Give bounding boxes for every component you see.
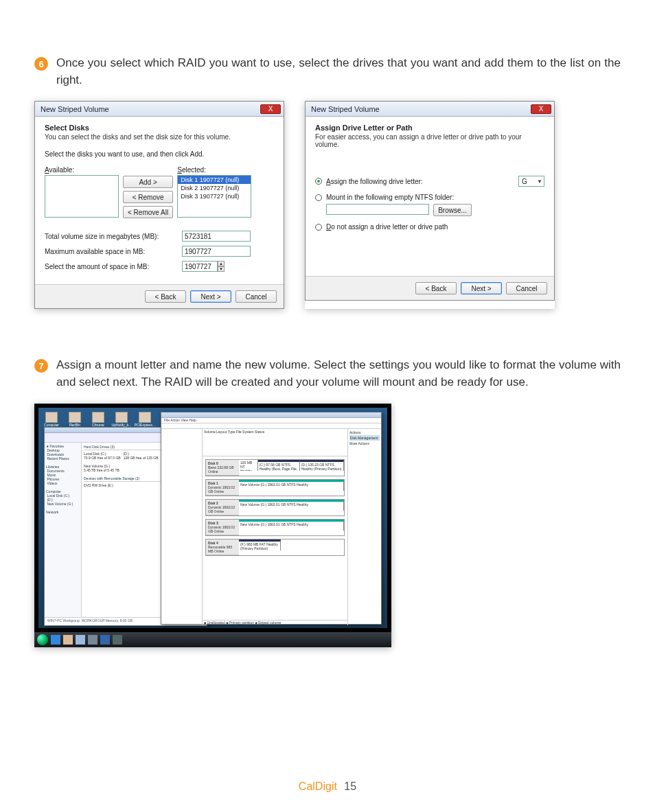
desktop-icon[interactable]: RecBin	[67, 412, 82, 427]
select-space-row: Select the amount of space in MB: 190772…	[45, 261, 274, 272]
disk-block[interactable]: Disk 1Dynamic 1863.02 GB OnlineNew Volum…	[205, 479, 345, 496]
select-space-value[interactable]: 1907727	[182, 261, 218, 272]
volume-list[interactable]: Volume Layout Type File System Status	[203, 429, 347, 456]
page-footer: CalDigit 15	[0, 780, 655, 793]
mgmt-body: Volume Layout Type File System Status Di…	[161, 429, 381, 625]
taskbar[interactable]	[34, 632, 391, 647]
step-7-text: Assign a mount letter and name the new v…	[56, 357, 621, 391]
max-space-label: Maximum available space in MB:	[45, 248, 175, 255]
option-mount-folder-label: Mount in the following empty NTFS folder…	[326, 194, 454, 201]
more-actions-label[interactable]: More Actions	[349, 441, 380, 445]
mgmt-tree-pane[interactable]	[161, 429, 203, 625]
disk-lists-row: Available: Add > < Remove < Remove All S…	[45, 166, 274, 218]
drive-item[interactable]: Local Disk (C:)70.9 GB free of 97.5 GB	[84, 452, 121, 460]
available-column: Available:	[45, 166, 119, 218]
disk-block[interactable]: Disk 4Removable 983 MB Online(F:) 983 MB…	[205, 539, 345, 556]
option-assign-letter-label: Assign the following drive letter:	[326, 178, 514, 185]
disk-graphical-view[interactable]: Disk 0Basic 232.88 GB Online100 MB NT He…	[203, 456, 347, 620]
drive-letter-dropdown[interactable]: G ▼	[518, 176, 544, 187]
dialog-heading: Assign Drive Letter or Path	[315, 124, 544, 132]
desktop-icons-row: ComputerRecBinChromeUpNotify_b...PCIExpr…	[44, 412, 176, 427]
disk-block[interactable]: Disk 0Basic 232.88 GB Online100 MB NT He…	[205, 459, 345, 476]
taskbar-explorer-icon[interactable]	[63, 635, 73, 645]
dialog-footer: < Back Next > Cancel	[35, 284, 284, 308]
mgmt-center-pane: Volume Layout Type File System Status Di…	[203, 429, 348, 625]
page-number: 15	[344, 780, 356, 792]
radio-icon[interactable]	[315, 178, 322, 185]
remove-all-button[interactable]: < Remove All	[123, 206, 173, 218]
add-button[interactable]: Add >	[123, 176, 173, 188]
browse-button[interactable]: Browse...	[433, 204, 472, 216]
screenshot-select-disks: New Striped Volume X Select Disks You ca…	[34, 101, 284, 309]
total-size-value: 5723181	[182, 231, 251, 242]
remove-button[interactable]: < Remove	[123, 191, 173, 203]
screenshot-assign-letter: New Striped Volume X Assign Drive Letter…	[305, 101, 555, 309]
next-button[interactable]: Next >	[461, 282, 502, 294]
dialog-subheading: For easier access, you can assign a driv…	[315, 133, 544, 148]
taskbar-ie-icon[interactable]	[51, 635, 60, 645]
next-button[interactable]: Next >	[190, 290, 231, 303]
selected-listbox[interactable]: Disk 1 1907727 (null)Disk 2 1907727 (nul…	[177, 175, 251, 218]
screenshot-disk-management: ComputerRecBinChromeUpNotify_b...PCIExpr…	[34, 404, 391, 647]
list-item[interactable]: Disk 2 1907727 (null)	[178, 184, 251, 192]
drive-letter-value: G	[522, 178, 527, 185]
step-6: 6 Once you select which RAID you want to…	[34, 55, 621, 89]
mgmt-menubar[interactable]: File Action View Help	[161, 418, 381, 424]
desktop-icon[interactable]: Computer	[44, 412, 59, 427]
available-listbox[interactable]	[45, 175, 119, 218]
option-mount-folder[interactable]: Mount in the following empty NTFS folder…	[315, 194, 544, 201]
select-space-label: Select the amount of space in MB:	[45, 263, 175, 270]
mgmt-actions-pane: Actions Disk Management More Actions	[348, 429, 381, 625]
list-item[interactable]: Disk 1 1907727 (null)	[178, 176, 251, 184]
dialog-title-text: New Striped Volume	[311, 105, 380, 113]
back-button[interactable]: < Back	[145, 290, 186, 303]
desktop-wallpaper: ComputerRecBinChromeUpNotify_b...PCIExpr…	[38, 408, 387, 628]
list-item[interactable]: Disk 3 1907727 (null)	[178, 192, 251, 200]
spin-down-icon[interactable]: ▼	[218, 266, 225, 272]
max-space-row: Maximum available space in MB: 1907727	[45, 246, 274, 257]
dialog-assign-letter: New Striped Volume X Assign Drive Letter…	[305, 101, 555, 301]
start-orb-icon[interactable]	[37, 634, 48, 645]
close-icon[interactable]: X	[531, 104, 551, 114]
taskbar-app-icon[interactable]	[76, 635, 85, 645]
transfer-buttons: Add > < Remove < Remove All	[123, 176, 173, 218]
disk-management-label: Disk Management	[349, 435, 380, 441]
dialog-title-text: New Striped Volume	[41, 105, 109, 113]
mgmt-titlebar	[161, 413, 381, 418]
dialog-body: Select Disks You can select the disks an…	[35, 117, 284, 284]
spin-up-icon[interactable]: ▲	[218, 261, 225, 266]
cancel-button[interactable]: Cancel	[235, 290, 277, 303]
screenshots-row-1: New Striped Volume X Select Disks You ca…	[34, 101, 621, 309]
desktop-icon[interactable]: Chrome	[91, 412, 106, 427]
drive-item[interactable]: (D:)128 GB free of 135 GB	[124, 452, 159, 460]
desktop-icon[interactable]: UpNotify_b...	[114, 412, 129, 427]
cancel-button[interactable]: Cancel	[506, 282, 547, 294]
desktop-icon[interactable]: PCIExpress...	[137, 412, 152, 427]
chevron-down-icon: ▼	[537, 178, 542, 185]
total-size-label: Total volume size in megabytes (MB):	[45, 233, 175, 240]
disk-block[interactable]: Disk 3Dynamic 1863.02 GB OnlineNew Volum…	[205, 519, 345, 536]
option-no-assign-label: Do not assign a drive letter or drive pa…	[326, 223, 448, 231]
mgmt-toolbar[interactable]	[161, 424, 381, 429]
taskbar-app-icon[interactable]	[88, 635, 97, 645]
mount-folder-input[interactable]	[326, 204, 429, 215]
max-space-value: 1907727	[182, 246, 251, 257]
dialog-heading: Select Disks	[45, 124, 274, 132]
option-no-assign[interactable]: Do not assign a drive letter or drive pa…	[315, 223, 544, 231]
explorer-nav-pane[interactable]: ★ Favorites Desktop Downloads Recent Pla…	[45, 443, 82, 617]
select-space-spinbox[interactable]: 1907727 ▲▼	[182, 261, 225, 272]
close-icon[interactable]: X	[260, 104, 281, 114]
mount-folder-row: Browse...	[326, 204, 544, 216]
dialog-titlebar: New Striped Volume X	[306, 102, 554, 117]
option-assign-letter[interactable]: Assign the following drive letter: G ▼	[315, 176, 544, 187]
dialog-instruction: Select the disks you want to use, and th…	[45, 150, 274, 158]
back-button[interactable]: < Back	[415, 282, 457, 294]
taskbar-app-icon[interactable]	[100, 635, 110, 645]
radio-icon[interactable]	[315, 194, 322, 201]
taskbar-app-icon[interactable]	[113, 635, 122, 645]
step-number-badge: 7	[34, 359, 48, 373]
dialog-footer: < Back Next > Cancel	[306, 276, 554, 300]
radio-icon[interactable]	[315, 224, 322, 231]
actions-header: Actions	[349, 430, 380, 434]
disk-block[interactable]: Disk 2Dynamic 1863.02 GB OnlineNew Volum…	[205, 499, 345, 516]
